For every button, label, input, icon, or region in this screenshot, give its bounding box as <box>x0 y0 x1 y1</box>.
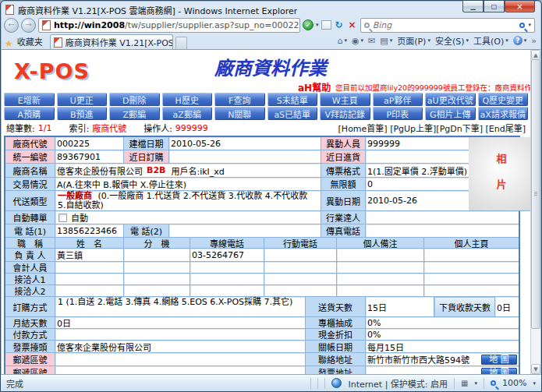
btn-open-orders[interactable]: S未結單 <box>267 93 318 106</box>
contact-phone-field[interactable] <box>190 285 264 297</box>
close-button[interactable]: × <box>505 1 535 12</box>
home-button[interactable]: ⌂▾ <box>337 36 347 46</box>
credit-limit-field[interactable]: 0 <box>366 178 469 191</box>
recent-order-field[interactable] <box>169 150 321 164</box>
zoom-icon[interactable] <box>491 380 496 386</box>
contact-name-field[interactable] <box>55 285 124 297</box>
supplier-name-field[interactable]: 億客來企股份有限公司 B2B 用戶名:ikl_xd <box>55 164 321 178</box>
contact-phone-field[interactable] <box>190 262 264 274</box>
active-tab[interactable]: 廠商資料作業 V1.21[X-POS 雲端商務網] <box>50 34 173 49</box>
photo-placeholder[interactable]: 相片 <box>469 137 530 211</box>
search-options-caret[interactable]: ▾ <box>528 22 531 28</box>
btn-preorder[interactable]: A預購 <box>4 107 55 120</box>
contact-name-field[interactable]: 黃三鎮 <box>55 249 124 262</box>
maximize-button[interactable]: □ <box>484 1 505 12</box>
zip2-field[interactable] <box>55 366 306 374</box>
btn-zip[interactable]: Z郵編 <box>109 107 160 120</box>
invoice-title-field[interactable]: 億客來企業股份有限公司 <box>55 341 306 353</box>
delivery-days-field[interactable]: 15日 <box>366 297 434 317</box>
btn-history[interactable]: H歷史 <box>162 93 213 106</box>
stop-button[interactable]: × <box>347 19 358 30</box>
contact-mobile-field[interactable] <box>264 285 337 297</box>
cash-discount-field[interactable]: 0% <box>366 329 519 341</box>
forward-button[interactable]: → <box>21 18 36 33</box>
contact-mobile-field[interactable] <box>264 249 337 262</box>
voucher-format-field[interactable]: 1(1.固定單價 2.浮動單價) <box>366 164 469 178</box>
contact-note-field[interactable] <box>337 262 424 274</box>
contact-ext-field[interactable] <box>124 249 190 262</box>
btn-zip-alt[interactable]: aZ郵編 <box>162 107 213 120</box>
contact-name-field[interactable] <box>55 274 124 285</box>
contact-mobile-field[interactable] <box>264 262 337 274</box>
contact-note-field[interactable] <box>337 274 424 285</box>
modifier-field[interactable]: 999999 <box>366 137 469 150</box>
search-submit-icon[interactable] <box>519 23 525 28</box>
minimize-button[interactable]: ▁ <box>462 1 484 12</box>
btn-photo-upload[interactable]: G相片上傳 <box>425 107 476 120</box>
contact-phone-field[interactable] <box>190 274 264 285</box>
contact-mobile-field[interactable] <box>264 274 337 285</box>
invoice-address-field[interactable]: 地 圖 <box>366 366 519 374</box>
address-input[interactable]: http://win2008/tw/supplier/supplier.asp?… <box>38 18 300 33</box>
view-mode-caret[interactable]: ▾ <box>475 380 478 387</box>
new-tab-stub[interactable] <box>175 37 187 49</box>
btn-delete[interactable]: D刪除 <box>109 93 160 106</box>
counter-commission-field[interactable]: 0% <box>366 317 519 329</box>
help-link[interactable]: aH幫助 <box>298 80 331 94</box>
close-date-field[interactable]: 每月15日 <box>366 341 519 353</box>
btn-add[interactable]: E增新 <box>4 93 55 106</box>
contact-note-field[interactable] <box>337 249 424 262</box>
tax-id-field[interactable]: 89367901 <box>55 150 124 164</box>
order-method-field[interactable]: 1 (1.自送 2.電話 3.傳真 4.網絡 5.EOS 6.X-POS採購 7… <box>55 297 306 317</box>
contact-homepage-field[interactable] <box>424 249 519 262</box>
btn-update[interactable]: U更正 <box>57 93 108 106</box>
btn-prereceive[interactable]: B預進 <box>57 107 108 120</box>
scrollbar-thumb[interactable] <box>531 59 540 329</box>
trade-status-field[interactable]: A(A.往來中 B.報價中 X.停止往來) <box>55 178 321 191</box>
more-toolbar-chevron[interactable]: » <box>531 36 537 46</box>
btn-change-code[interactable]: aU更改代號 <box>425 93 476 106</box>
vertical-scrollbar[interactable]: ▲ ▼ <box>530 50 540 374</box>
print-button[interactable]: ▤▾ <box>380 36 392 46</box>
created-date-field[interactable]: 2010-05-26 <box>169 137 321 150</box>
auto-transfer-checkbox[interactable] <box>58 214 67 222</box>
btn-partner[interactable]: aP夥伴 <box>373 93 423 106</box>
industry-expert-field[interactable] <box>366 211 519 224</box>
payment-method-field[interactable] <box>55 329 306 341</box>
contact-address-field[interactable]: 新竹市新竹市西大路594號 地 圖 <box>366 353 519 366</box>
btn-query[interactable]: F查詢 <box>214 93 265 106</box>
zoom-caret[interactable]: ▾ <box>533 380 536 387</box>
help-menu[interactable]: ?▾ <box>513 36 527 45</box>
feeds-button[interactable]: ◉▾ <box>352 36 363 46</box>
supplier-code-field[interactable]: 000225 <box>55 137 124 150</box>
tools-menu[interactable]: 工具(O)▾ <box>473 34 508 47</box>
contact-homepage-field[interactable] <box>424 274 519 285</box>
compatibility-view-icon[interactable] <box>321 20 331 30</box>
btn-quote-request[interactable]: aX請求報價 <box>478 107 529 120</box>
fax-field[interactable] <box>366 224 519 238</box>
shield-dropdown-caret[interactable]: ▾ <box>316 22 319 28</box>
recent-receive-field[interactable] <box>366 150 469 164</box>
read-mail-button[interactable]: ✉ <box>368 36 375 46</box>
modified-date-field[interactable]: 2010-05-26 <box>366 191 469 211</box>
contact-ext-field[interactable] <box>124 274 190 285</box>
monthly-close-days-field[interactable]: 0日 <box>55 317 306 329</box>
contact-name-field[interactable] <box>55 262 124 274</box>
zoom-level[interactable]: 100% <box>502 378 526 388</box>
scroll-down-button[interactable]: ▼ <box>531 364 540 374</box>
refresh-button[interactable]: ↻ <box>334 19 345 30</box>
invoice-address-map-button[interactable]: 地 圖 <box>481 368 517 375</box>
btn-closed-orders[interactable]: aS已結單 <box>267 107 318 120</box>
btn-relation[interactable]: N關聯 <box>214 107 265 120</box>
contact-phone-field[interactable]: 03-5264767 <box>190 249 264 262</box>
security-shield-icon[interactable]: ✓ <box>303 19 314 30</box>
page-menu[interactable]: 页面(P)▾ <box>397 34 430 47</box>
contact-ext-field[interactable] <box>124 285 190 297</box>
search-box[interactable]: ▾ <box>360 18 535 33</box>
back-button[interactable]: ← <box>4 18 19 33</box>
contact-homepage-field[interactable] <box>424 285 519 297</box>
contact-ext-field[interactable] <box>124 262 190 274</box>
safety-menu[interactable]: 安全(S)▾ <box>435 34 469 47</box>
view-mode-icon[interactable]: ▦ <box>461 379 468 387</box>
contact-note-field[interactable] <box>337 285 424 297</box>
